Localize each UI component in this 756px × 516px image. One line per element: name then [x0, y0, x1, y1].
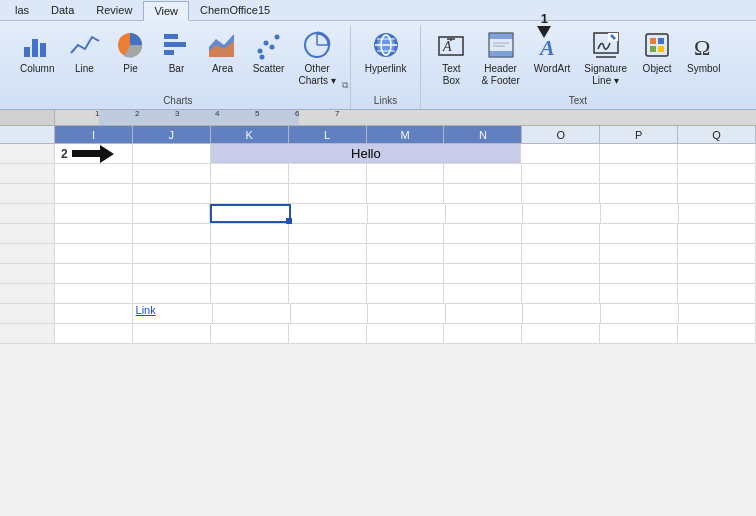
- sheet-cell-selected[interactable]: [210, 204, 291, 223]
- sheet-cell[interactable]: [289, 284, 367, 303]
- sheet-cell[interactable]: [522, 224, 600, 243]
- sheet-cell[interactable]: [367, 164, 445, 183]
- sheet-cell[interactable]: [367, 284, 445, 303]
- sheet-cell[interactable]: [289, 264, 367, 283]
- sheet-cell[interactable]: [211, 284, 289, 303]
- sheet-cell[interactable]: [446, 204, 524, 223]
- sheet-cell[interactable]: [522, 184, 600, 203]
- tab-view[interactable]: View: [143, 1, 189, 21]
- sheet-cell[interactable]: [133, 204, 211, 223]
- sheet-cell[interactable]: [678, 184, 756, 203]
- sheet-cell[interactable]: [522, 164, 600, 183]
- sheet-cell[interactable]: [600, 284, 678, 303]
- sheet-cell[interactable]: [600, 144, 678, 163]
- signature-button[interactable]: SignatureLine ▾: [578, 25, 633, 91]
- area-chart-button[interactable]: Area: [200, 25, 244, 79]
- sheet-cell[interactable]: [444, 244, 522, 263]
- sheet-cell[interactable]: [55, 184, 133, 203]
- sheet-cell[interactable]: [213, 304, 291, 323]
- tab-data[interactable]: Data: [40, 0, 85, 20]
- sheet-cell[interactable]: [55, 244, 133, 263]
- sheet-cell[interactable]: [679, 304, 757, 323]
- hyperlink-cell[interactable]: Link: [136, 304, 156, 316]
- sheet-cell[interactable]: [367, 184, 445, 203]
- sheet-cell[interactable]: [444, 324, 522, 343]
- sheet-cell[interactable]: [678, 224, 756, 243]
- col-header-O[interactable]: O: [522, 126, 600, 143]
- other-charts-button[interactable]: OtherCharts ▾: [292, 25, 341, 91]
- sheet-cell[interactable]: [678, 144, 756, 163]
- tab-review[interactable]: Review: [85, 0, 143, 20]
- sheet-cell[interactable]: [600, 164, 678, 183]
- object-button[interactable]: Object: [635, 25, 679, 79]
- sheet-cell[interactable]: [600, 324, 678, 343]
- bar-chart-button[interactable]: Bar: [154, 25, 198, 79]
- sheet-cell[interactable]: [444, 224, 522, 243]
- textbox-button[interactable]: A TextBox: [429, 25, 473, 91]
- sheet-cell[interactable]: [601, 304, 679, 323]
- sheet-cell[interactable]: [523, 304, 601, 323]
- col-header-P[interactable]: P: [600, 126, 678, 143]
- sheet-cell[interactable]: [211, 224, 289, 243]
- sheet-cell[interactable]: [55, 224, 133, 243]
- sheet-cell[interactable]: [289, 324, 367, 343]
- sheet-cell[interactable]: [523, 204, 601, 223]
- sheet-cell[interactable]: [522, 324, 600, 343]
- sheet-cell[interactable]: [522, 264, 600, 283]
- sheet-cell[interactable]: [289, 164, 367, 183]
- symbol-button[interactable]: Ω Symbol: [681, 25, 726, 79]
- sheet-cell[interactable]: [211, 164, 289, 183]
- sheet-cell[interactable]: [133, 264, 211, 283]
- sheet-cell[interactable]: [55, 264, 133, 283]
- sheet-cell[interactable]: [133, 184, 211, 203]
- sheet-cell[interactable]: [55, 164, 133, 183]
- line-chart-button[interactable]: Line: [62, 25, 106, 79]
- sheet-cell[interactable]: [289, 224, 367, 243]
- sheet-cell[interactable]: [367, 324, 445, 343]
- sheet-cell[interactable]: [368, 204, 446, 223]
- charts-group-expand-icon[interactable]: ⧉: [342, 80, 348, 91]
- sheet-cell[interactable]: [211, 184, 289, 203]
- sheet-cell[interactable]: 2: [55, 144, 133, 163]
- col-header-N[interactable]: N: [444, 126, 522, 143]
- sheet-cell[interactable]: [55, 204, 133, 223]
- sheet-cell[interactable]: [678, 264, 756, 283]
- scatter-chart-button[interactable]: Scatter: [246, 25, 290, 79]
- sheet-cell[interactable]: [600, 224, 678, 243]
- sheet-cell[interactable]: [600, 184, 678, 203]
- col-header-L[interactable]: L: [289, 126, 367, 143]
- sheet-cell[interactable]: [600, 244, 678, 263]
- sheet-cell[interactable]: [367, 224, 445, 243]
- sheet-cell[interactable]: [444, 184, 522, 203]
- sheet-cell[interactable]: [133, 244, 211, 263]
- sheet-cell[interactable]: [444, 264, 522, 283]
- wordart-button[interactable]: A WordArt: [528, 25, 577, 79]
- sheet-cell[interactable]: [211, 264, 289, 283]
- sheet-cell[interactable]: [367, 264, 445, 283]
- headerfooter-button[interactable]: Header& Footer: [475, 25, 525, 91]
- column-chart-button[interactable]: Column: [14, 25, 60, 79]
- tab-chemoffice[interactable]: ChemOffice15: [189, 0, 281, 20]
- sheet-cell[interactable]: [55, 304, 133, 323]
- sheet-cell[interactable]: [444, 164, 522, 183]
- cell-fill-handle[interactable]: [286, 218, 292, 224]
- sheet-cell[interactable]: [679, 204, 757, 223]
- sheet-cell[interactable]: [133, 164, 211, 183]
- sheet-cell-link[interactable]: Link: [133, 304, 214, 323]
- sheet-cell[interactable]: [291, 204, 369, 223]
- sheet-cell[interactable]: [600, 264, 678, 283]
- sheet-cell[interactable]: [211, 244, 289, 263]
- hyperlink-button[interactable]: Hyperlink: [359, 25, 413, 79]
- sheet-cell[interactable]: [678, 164, 756, 183]
- col-header-Q[interactable]: Q: [678, 126, 756, 143]
- col-header-K[interactable]: K: [211, 126, 289, 143]
- sheet-cell[interactable]: [367, 244, 445, 263]
- sheet-cell[interactable]: [444, 284, 522, 303]
- sheet-cell[interactable]: [446, 304, 524, 323]
- sheet-cell[interactable]: [133, 284, 211, 303]
- sheet-cell[interactable]: [678, 244, 756, 263]
- sheet-cell[interactable]: [289, 244, 367, 263]
- sheet-cell[interactable]: [521, 144, 599, 163]
- sheet-cell[interactable]: [678, 284, 756, 303]
- sheet-cell-hello[interactable]: Hello: [211, 144, 521, 163]
